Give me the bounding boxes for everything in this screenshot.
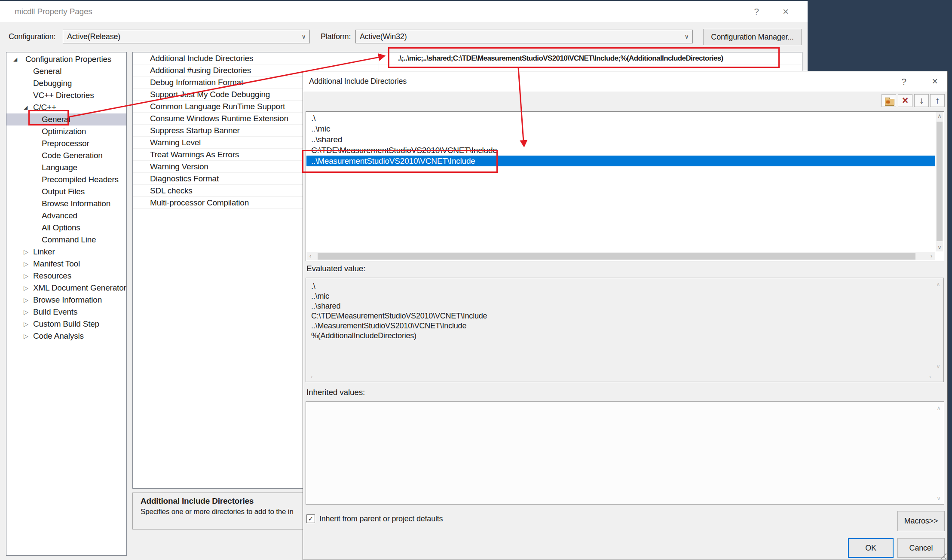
tree-item-resources[interactable]: ▷Resources xyxy=(6,270,126,282)
tree-item-linker[interactable]: ▷Linker xyxy=(6,246,126,258)
scroll-left-icon[interactable]: ‹ xyxy=(306,252,314,260)
tree-item-configuration-properties[interactable]: ◢Configuration Properties xyxy=(6,53,126,65)
evaluated-line: C:\TDE\MeasurementStudioVS2010\VCNET\Inc… xyxy=(306,311,943,321)
scroll-right-icon[interactable]: › xyxy=(926,373,934,381)
tree-item-debugging[interactable]: Debugging xyxy=(6,77,126,89)
horizontal-scrollbar[interactable]: ‹ › xyxy=(306,252,935,260)
scroll-up-icon[interactable]: ∧ xyxy=(935,404,943,412)
tree-item-label: VC++ Directories xyxy=(33,91,94,100)
tree-item-build-events[interactable]: ▷Build Events xyxy=(6,306,126,318)
tree-item-vc-directories[interactable]: VC++ Directories xyxy=(6,89,126,101)
ok-button[interactable]: OK xyxy=(848,538,894,558)
annotation-box-tree-general xyxy=(28,110,69,125)
tree-item-code-generation[interactable]: Code Generation xyxy=(6,150,126,162)
scroll-down-icon[interactable]: ∨ xyxy=(934,363,942,370)
inherited-values-box: ∧ ∨ xyxy=(306,401,944,505)
list-item[interactable]: .\ xyxy=(306,113,935,123)
evaluated-value-label: Evaluated value: xyxy=(306,264,365,273)
tree-item-label: Linker xyxy=(33,247,55,256)
tree-item-label: Resources xyxy=(33,271,71,280)
move-up-button[interactable]: ↑ xyxy=(930,94,945,107)
evaluated-value-box: .\..\mic..\sharedC:\TDE\MeasurementStudi… xyxy=(306,278,944,382)
help-icon[interactable]: ? xyxy=(894,71,913,92)
tree-item-custom-build-step[interactable]: ▷Custom Build Step xyxy=(6,318,126,330)
close-icon[interactable]: × xyxy=(776,1,795,22)
tree-item-general[interactable]: General xyxy=(6,65,126,77)
tree-collapsed-icon: ▷ xyxy=(24,306,28,318)
tree-item-output-files[interactable]: Output Files xyxy=(6,186,126,198)
close-icon[interactable]: × xyxy=(925,71,944,92)
tree-item-command-line[interactable]: Command Line xyxy=(6,234,126,246)
annotation-box-property-value xyxy=(388,47,780,68)
tree-item-label: Browse Information xyxy=(42,199,110,208)
evaluated-line: ..\mic xyxy=(306,291,943,301)
platform-label: Platform: xyxy=(321,32,351,41)
tree-collapsed-icon: ▷ xyxy=(24,246,28,258)
evaluated-line: .\ xyxy=(306,282,943,291)
additional-include-directories-dialog: Additional Include Directories ? × ✱ × ↓… xyxy=(303,71,948,560)
new-line-button[interactable]: ✱ xyxy=(882,94,896,107)
tree-item-all-options[interactable]: All Options xyxy=(6,222,126,234)
scroll-down-icon[interactable]: ∨ xyxy=(935,495,943,502)
tree-item-label: Command Line xyxy=(42,235,96,244)
tree-item-code-analysis[interactable]: ▷Code Analysis xyxy=(6,330,126,342)
inherited-values-label: Inherited values: xyxy=(306,388,365,397)
tree-item-label: Manifest Tool xyxy=(33,259,80,268)
tree-collapsed-icon: ▷ xyxy=(24,318,28,330)
tree-item-label: Preprocessor xyxy=(42,139,89,148)
cancel-button[interactable]: Cancel xyxy=(897,538,945,558)
scroll-left-icon[interactable]: ‹ xyxy=(308,373,315,381)
tree-item-language[interactable]: Language xyxy=(6,162,126,174)
scrollbar-thumb[interactable] xyxy=(318,253,915,260)
tree-item-label: Output Files xyxy=(42,187,85,196)
configuration-value: Active(Release) xyxy=(67,30,120,43)
inherit-defaults-checkbox[interactable]: ✓ xyxy=(306,514,315,523)
tree-item-label: All Options xyxy=(42,223,80,232)
desktop-background: micdll Property Pages ? × Configuration:… xyxy=(0,0,952,560)
tree-item-manifest-tool[interactable]: ▷Manifest Tool xyxy=(6,258,126,270)
configuration-dropdown[interactable]: Active(Release) ∨ xyxy=(63,30,310,43)
tree-collapsed-icon: ▷ xyxy=(24,270,28,282)
tree-item-label: Code Generation xyxy=(42,151,103,160)
tree-item-optimization[interactable]: Optimization xyxy=(6,125,126,138)
tree-item-preprocessor[interactable]: Preprocessor xyxy=(6,138,126,150)
platform-dropdown[interactable]: Active(Win32) ∨ xyxy=(355,30,693,43)
vertical-scrollbar[interactable]: ∧ ∨ xyxy=(936,112,943,251)
help-icon[interactable]: ? xyxy=(747,1,766,22)
configuration-manager-button[interactable]: Configuration Manager... xyxy=(703,29,802,45)
tree-collapsed-icon: ▷ xyxy=(24,282,28,294)
tree-expanded-icon: ◢ xyxy=(13,53,17,65)
tree-item-label: Optimization xyxy=(42,127,86,136)
delete-icon: × xyxy=(902,94,908,106)
evaluated-line: ..\shared xyxy=(306,301,943,311)
chevron-down-icon: ∨ xyxy=(684,30,689,43)
tree-item-precompiled-headers[interactable]: Precompiled Headers xyxy=(6,174,126,186)
tree-item-advanced[interactable]: Advanced xyxy=(6,210,126,222)
resize-grip-icon[interactable] xyxy=(940,552,946,559)
scrollbar-thumb[interactable] xyxy=(937,122,943,241)
tree-item-xml-document-generator[interactable]: ▷XML Document Generator xyxy=(6,282,126,294)
list-item[interactable]: ..\shared xyxy=(306,134,935,145)
main-titlebar: micdll Property Pages ? × xyxy=(0,1,808,22)
tree-collapsed-icon: ▷ xyxy=(24,294,28,306)
scroll-up-icon[interactable]: ∧ xyxy=(936,112,943,120)
popup-title: Additional Include Directories xyxy=(309,71,407,92)
tree-item-label: Configuration Properties xyxy=(25,55,111,64)
tree-item-browse-information[interactable]: Browse Information xyxy=(6,198,126,210)
scroll-down-icon[interactable]: ∨ xyxy=(936,244,943,251)
scroll-up-icon[interactable]: ∧ xyxy=(934,281,942,288)
tree-item-browse-information[interactable]: ▷Browse Information xyxy=(6,294,126,306)
list-item[interactable]: ..\mic xyxy=(306,123,935,134)
move-down-button[interactable]: ↓ xyxy=(914,94,929,107)
check-icon: ✓ xyxy=(308,515,313,522)
annotation-box-selected-item xyxy=(302,150,498,173)
chevron-down-icon: ∨ xyxy=(301,30,306,43)
macros-button[interactable]: Macros>> xyxy=(897,511,945,531)
configuration-label: Configuration: xyxy=(9,32,55,41)
delete-line-button[interactable]: × xyxy=(898,94,912,107)
platform-value: Active(Win32) xyxy=(360,30,407,43)
arrow-up-icon: ↑ xyxy=(935,95,940,105)
scroll-right-icon[interactable]: › xyxy=(928,252,935,260)
tree-item-label: Debugging xyxy=(33,79,72,88)
tree-item-label: Language xyxy=(42,163,77,172)
